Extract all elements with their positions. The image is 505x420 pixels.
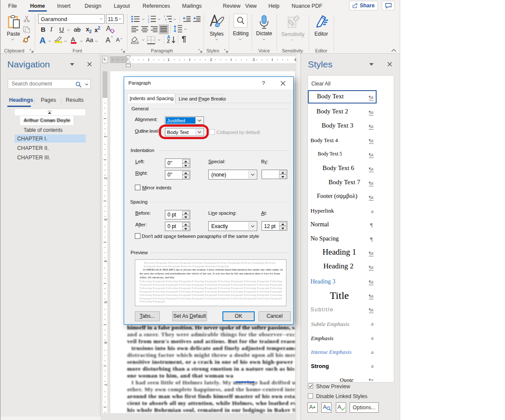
svg-text:a: a bbox=[165, 18, 167, 21]
svg-text:3: 3 bbox=[148, 21, 149, 23]
svg-text:1: 1 bbox=[164, 15, 165, 18]
svg-text:2: 2 bbox=[148, 18, 149, 21]
svg-text:i: i bbox=[166, 21, 167, 23]
svg-text:1: 1 bbox=[148, 15, 149, 18]
